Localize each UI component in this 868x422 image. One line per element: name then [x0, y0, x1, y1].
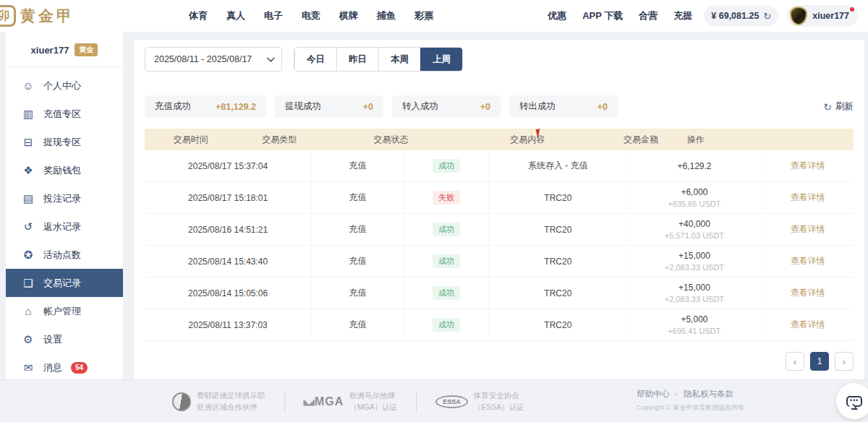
certification-item: ESSA 体育安全协会 （ESSA）认证	[416, 391, 543, 413]
balance-refresh-icon[interactable]: ↻	[763, 11, 771, 22]
cell-amount: +15,000 +2,083.33 USDT	[626, 277, 761, 309]
view-details-link[interactable]: 查看详情	[791, 287, 825, 299]
sidebar-username: xiuer177	[31, 45, 69, 56]
site-logo[interactable]: 卯 黄金甲	[0, 5, 75, 27]
balance-amount: ¥ 69,081.25	[711, 11, 759, 21]
logo-text: 黄金甲	[20, 6, 75, 26]
sidebar-item-label: 个人中心	[43, 79, 81, 92]
view-details-link[interactable]: 查看详情	[791, 319, 825, 331]
sidebar-item-label: 投注记录	[43, 192, 81, 205]
summary-label: 转入成功	[402, 100, 438, 113]
view-details-link[interactable]: 查看详情	[791, 223, 825, 236]
sidebar-item-icon: ✉	[22, 361, 35, 374]
certification-item: ◣◢ MGA 欧洲马尔他牌 （MGA）认证	[284, 391, 417, 413]
cell-content: TRC20	[488, 309, 626, 340]
amount-main: +15,000	[678, 283, 710, 293]
view-details-link[interactable]: 查看详情	[791, 191, 825, 204]
balance-pill[interactable]: ¥ 69,081.25 ↻	[704, 6, 778, 26]
sidebar-item-label: 帐户管理	[43, 305, 81, 318]
page-number-button[interactable]: 1	[810, 352, 829, 371]
table-row: 2025/08/11 13:37:03 充值 成功 TRC20 +5,000 +…	[145, 309, 854, 341]
sidebar-item[interactable]: ▤ 投注记录	[6, 184, 123, 212]
cell-content: TRC20	[488, 182, 626, 213]
logo-text: MGA	[315, 395, 344, 408]
sidebar-item[interactable]: ❏ 交易记录	[6, 269, 123, 297]
avatar	[790, 7, 807, 25]
table-row: 2025/08/14 15:43:40 充值 成功 TRC20 +15,000 …	[145, 246, 854, 277]
period-tab[interactable]: 本周	[378, 48, 420, 71]
quick-links: 优惠APP 下载合营充提	[548, 9, 692, 22]
sidebar-item-label: 活动点数	[43, 249, 81, 262]
nav-item[interactable]: 真人	[226, 9, 245, 22]
date-range-select[interactable]: 2025/08/11 - 2025/08/17	[145, 47, 282, 72]
table-body: 2025/08/17 15:37:04 充值 成功 系统存入 - 充值 +6,1…	[145, 150, 854, 341]
sidebar-item-label: 交易记录	[43, 277, 81, 290]
cell-amount: +40,000 +5,571.03 USDT	[626, 214, 761, 245]
cell-status: 成功	[404, 214, 489, 245]
sidebar-item[interactable]: ✪ 活动点数	[6, 241, 123, 269]
cell-status: 成功	[404, 277, 489, 309]
copyright: Copyright © 黄金甲体育集团版权所有	[637, 403, 744, 413]
nav-item[interactable]: 电子	[264, 9, 283, 22]
table-row: 2025/08/16 14:51:21 充值 成功 TRC20 +40,000 …	[145, 214, 854, 246]
cell-amount: +5,000 +695.41 USDT	[626, 309, 761, 340]
period-tab[interactable]: 昨日	[336, 48, 378, 71]
certification-text: 欧洲马尔他牌 （MGA）认证	[349, 391, 397, 413]
footer-link[interactable]: 隐私权与条款	[674, 389, 733, 400]
sidebar-item[interactable]: ▥ 充值专区	[6, 100, 123, 128]
amount-usdt: +2,083.33 USDT	[665, 295, 724, 303]
period-tabs: 今日昨日本周上周	[294, 47, 463, 72]
summary-pill: 转入成功 +0	[392, 95, 501, 118]
footer: 费耶诺德足球俱乐部 亚洲区域合作伙伴 ◣◢ MGA 欧洲马尔他牌 （MGA）认证	[0, 379, 868, 422]
nav-item[interactable]: 捕鱼	[377, 9, 396, 22]
certification-line2: 亚洲区域合作伙伴	[197, 402, 265, 413]
sidebar-item[interactable]: ❖ 奖励钱包	[6, 156, 123, 184]
nav-item[interactable]: 棋牌	[339, 9, 358, 22]
amount-main: +5,000	[681, 314, 707, 324]
logo-text: ESSA	[435, 395, 468, 408]
quick-link[interactable]: 优惠	[548, 9, 566, 22]
amount-main: +6,129.2	[677, 161, 711, 171]
status-badge: 成功	[433, 254, 460, 268]
nav-item[interactable]: 体育	[189, 9, 208, 22]
notification-dot	[850, 7, 854, 12]
cell-time: 2025/08/16 14:51:21	[145, 214, 311, 245]
header-username: xiuer177	[812, 11, 849, 21]
prev-page-button[interactable]: ‹	[786, 352, 804, 371]
sidebar-item-icon: ⚙	[22, 333, 35, 346]
sidebar-item[interactable]: ⊟ 提现专区	[6, 128, 123, 156]
sidebar-item[interactable]: ⚙ 设置	[6, 325, 123, 353]
nav-item[interactable]: 彩票	[414, 9, 433, 22]
user-menu[interactable]: xiuer177	[787, 5, 858, 27]
view-details-link[interactable]: 查看详情	[791, 160, 825, 172]
quick-link[interactable]: APP 下载	[582, 9, 623, 22]
sidebar-item[interactable]: ✉ 消息 54	[6, 353, 123, 382]
sidebar-item[interactable]: ☺ 个人中心	[6, 72, 123, 100]
sidebar-item[interactable]: ⌂ 帐户管理	[6, 297, 123, 325]
quick-link[interactable]: 合营	[639, 9, 658, 22]
cell-action: 查看详情	[762, 150, 854, 181]
period-tab[interactable]: 上周	[420, 48, 462, 71]
table-header: 交易时间交易类型交易状态交易内容交易金额操作	[145, 129, 854, 150]
summary-label: 充值成功	[155, 100, 191, 113]
refresh-button[interactable]: ↻ 刷新	[823, 100, 854, 113]
column-header: 交易时间	[145, 134, 237, 146]
period-tab[interactable]: 今日	[294, 48, 336, 71]
sidebar-item-label: 消息	[43, 361, 62, 374]
nav-item[interactable]: 电竞	[302, 9, 320, 22]
customer-service-button[interactable]: •••	[836, 383, 868, 419]
sidebar-item[interactable]: ↺ 返水记录	[6, 212, 123, 241]
certification-item: 费耶诺德足球俱乐部 亚洲区域合作伙伴	[153, 391, 284, 413]
transactions-panel: 2025/08/11 - 2025/08/17 今日昨日本周上周 充值成功 +8…	[134, 40, 864, 379]
status-badge: 成功	[433, 286, 460, 300]
next-page-button[interactable]: ›	[835, 352, 854, 371]
table-row: 2025/08/14 15:05:06 充值 成功 TRC20 +15,000 …	[145, 277, 854, 309]
footer-link[interactable]: 帮助中心	[637, 389, 670, 400]
view-details-link[interactable]: 查看详情	[791, 255, 825, 267]
certification-line1: 费耶诺德足球俱乐部	[197, 391, 265, 401]
cell-amount: +6,000 +835.65 USDT	[626, 182, 761, 213]
certification-logo-icon: ◣◢ MGA	[304, 395, 344, 408]
column-header: 交易内容	[460, 134, 595, 146]
amount-usdt: +5,571.03 USDT	[665, 231, 724, 240]
quick-link[interactable]: 充提	[673, 9, 692, 22]
